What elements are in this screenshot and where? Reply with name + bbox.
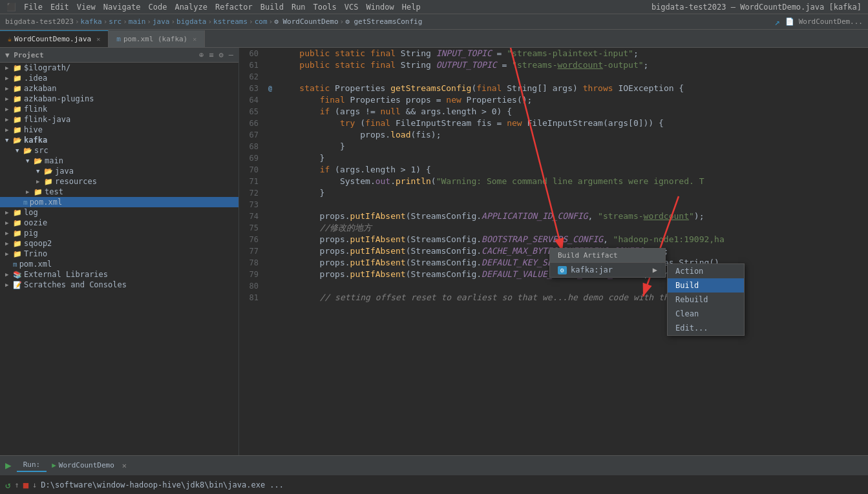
tab-pom[interactable]: m pom.xml (kafka) ✕: [109, 30, 205, 47]
console-output: D:\software\window-hadoop-hive\jdk8\bin\…: [41, 480, 284, 489]
tree-label: main: [45, 156, 63, 165]
tabs-bar: ☕ WordCountDemo.java ✕ m pom.xml (kafka)…: [0, 30, 868, 48]
menu-edit[interactable]: Edit: [47, 3, 73, 12]
breadcrumb-kstreams[interactable]: kstreams: [213, 17, 248, 26]
run-tab-label[interactable]: ▶ WordCountDemo: [52, 461, 114, 469]
tree-item-java[interactable]: ▼ 📂 java: [0, 166, 238, 176]
tree-item-flink-java[interactable]: ▶ 📁 flink-java: [0, 114, 238, 125]
tree-item-ilograth[interactable]: ▶ 📁 $ilograth/: [0, 63, 238, 73]
tree-item-pom-kafka[interactable]: m pom.xml: [0, 197, 238, 207]
tree-item-scratches[interactable]: ▶ 📝 Scratches and Consoles: [0, 280, 238, 290]
menu-navigate[interactable]: Navigate: [100, 3, 145, 12]
rebuild-label: Rebuild: [675, 295, 708, 304]
menu-item-action[interactable]: Action: [668, 264, 744, 278]
folder-icon: 📁: [44, 178, 53, 186]
menu-build[interactable]: Build: [257, 3, 288, 12]
kafka-jar-label: kafka:jar: [571, 265, 613, 274]
breadcrumb-main[interactable]: main: [129, 17, 146, 26]
menu-window[interactable]: Window: [362, 3, 397, 12]
run-tab[interactable]: Run:: [17, 458, 47, 472]
folder-icon: 📁: [13, 116, 22, 124]
sidebar-gear-icon[interactable]: ⚙: [219, 50, 224, 59]
tree-item-pig[interactable]: ▶ 📁 pig: [0, 228, 238, 238]
menu-tools[interactable]: Tools: [310, 3, 341, 12]
code-editor[interactable]: 60 public static final String INPUT_TOPI…: [239, 48, 868, 455]
tree-item-azkaban[interactable]: ▶ 📁 azkaban: [0, 83, 238, 94]
tree-label: log: [24, 208, 38, 217]
tree-item-azkaban-plugins[interactable]: ▶ 📁 azkaban-plugins: [0, 94, 238, 104]
arrow-icon-expanded: ▼: [36, 168, 43, 174]
menu-file[interactable]: File: [20, 3, 47, 12]
tree-label: pom.xml: [19, 260, 52, 269]
tree-item-oozie[interactable]: ▶ 📁 oozie: [0, 218, 238, 228]
code-line-62: 62: [239, 71, 868, 83]
tree-item-trino[interactable]: ▶ 📁 Trino: [0, 249, 238, 259]
context-menu: Build Artifact ⚙ kafka:jar ▶ Action: [549, 248, 666, 278]
breadcrumb-kafka[interactable]: kafka: [81, 17, 102, 26]
tree-item-resources[interactable]: ▶ 📁 resources: [0, 176, 238, 187]
recent-files-label[interactable]: 📄 WordCountDem...: [785, 17, 863, 26]
menu-item-kafka-jar[interactable]: ⚙ kafka:jar ▶: [550, 263, 665, 277]
menu-item-rebuild[interactable]: Rebuild: [668, 293, 744, 307]
breadcrumb-wordcount[interactable]: ⚙ WordCountDemo: [274, 17, 338, 26]
folder-icon: 📁: [13, 95, 22, 103]
arrow-icon-expanded: ▼: [26, 158, 32, 164]
tab-wordcountdemo[interactable]: ☕ WordCountDemo.java ✕: [0, 30, 109, 47]
menu-apple[interactable]: ⬛: [3, 3, 20, 12]
scroll-down-icon[interactable]: ↓: [32, 480, 37, 489]
run-tab-close[interactable]: ✕: [122, 461, 127, 470]
tree-item-main[interactable]: ▼ 📂 main: [0, 156, 238, 166]
run-icon-small: ▶: [52, 461, 56, 469]
menu-code[interactable]: Code: [145, 3, 171, 12]
run-console: ↺ ↑ ■ ↓ D:\software\window-hadoop-hive\j…: [0, 475, 868, 494]
breadcrumb-method[interactable]: ⚙ getStreamsConfig: [345, 17, 422, 26]
rerun-icon[interactable]: ↺: [5, 480, 10, 490]
menu-analyze[interactable]: Analyze: [171, 3, 211, 12]
libs-icon: 📚: [13, 271, 22, 279]
tree-label: java: [55, 167, 74, 176]
menu-help[interactable]: Help: [398, 3, 425, 12]
xml-file-icon: m: [13, 260, 17, 269]
menu-item-build[interactable]: Build: [668, 278, 744, 293]
run-bar: ▶ Run: ▶ WordCountDemo ✕: [0, 455, 868, 475]
tree-label: azkaban-plugins: [24, 94, 94, 103]
folder-icon: 📁: [13, 250, 22, 258]
breadcrumb-bigdata[interactable]: bigdata: [176, 17, 206, 26]
tree-label: $ilograth/: [24, 63, 70, 72]
menu-vcs[interactable]: VCS: [341, 3, 363, 12]
navigation-icon[interactable]: ↗: [775, 17, 780, 27]
tab-close-pom[interactable]: ✕: [193, 36, 196, 43]
tree-item-flink[interactable]: ▶ 📁 flink: [0, 104, 238, 114]
tree-item-external-libs[interactable]: ▶ 📚 External Libraries: [0, 269, 238, 280]
folder-open-icon: 📂: [13, 136, 22, 145]
menu-view[interactable]: View: [73, 3, 100, 12]
breadcrumb-java[interactable]: java: [153, 17, 170, 26]
tree-item-sqoop2[interactable]: ▶ 📁 sqoop2: [0, 238, 238, 249]
run-icon[interactable]: ▶: [5, 459, 12, 471]
menu-run[interactable]: Run: [288, 3, 310, 12]
stop-icon[interactable]: ■: [23, 480, 28, 490]
tab-close-wordcount[interactable]: ✕: [96, 36, 100, 43]
scroll-up-icon[interactable]: ↑: [14, 480, 19, 489]
menu-refactor[interactable]: Refactor: [211, 3, 257, 12]
tree-label: src: [34, 146, 48, 155]
tree-item-idea[interactable]: ▶ 📁 .idea: [0, 73, 238, 83]
breadcrumb-project[interactable]: bigdata-test2023: [5, 17, 74, 26]
menu-item-edit[interactable]: Edit...: [668, 321, 744, 335]
sidebar-collapse-icon[interactable]: ≡: [209, 50, 213, 59]
sidebar-minimize-icon[interactable]: —: [229, 50, 233, 59]
sidebar-add-icon[interactable]: ⊕: [199, 50, 204, 59]
tree-label: .idea: [24, 74, 47, 83]
code-line-64: 64 final Properties props = new Properti…: [239, 94, 868, 106]
tree-item-kafka[interactable]: ▼ 📂 kafka: [0, 135, 238, 145]
menu-item-clean[interactable]: Clean: [668, 307, 744, 321]
tree-label: External Libraries: [24, 270, 108, 279]
tree-item-pom-root[interactable]: m pom.xml: [0, 259, 238, 269]
tree-item-hive[interactable]: ▶ 📁 hive: [0, 125, 238, 135]
breadcrumb-com[interactable]: com: [255, 17, 268, 26]
tree-item-log[interactable]: ▶ 📁 log: [0, 207, 238, 218]
tab-label-wordcount: WordCountDemo.java: [14, 35, 91, 43]
breadcrumb-src[interactable]: src: [109, 17, 122, 26]
tree-item-src[interactable]: ▼ 📂 src: [0, 145, 238, 156]
tree-item-test[interactable]: ▶ 📁 test: [0, 187, 238, 197]
